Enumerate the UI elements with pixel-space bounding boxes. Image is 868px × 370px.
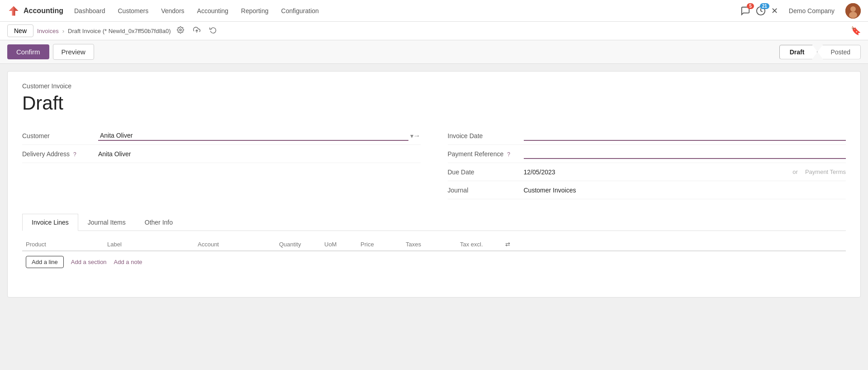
customer-input[interactable]	[98, 131, 408, 141]
delivery-help-icon[interactable]: ?	[73, 151, 76, 158]
app-logo[interactable]: Accounting	[7, 5, 63, 17]
invoice-type-label: Customer Invoice	[22, 82, 846, 90]
status-draft[interactable]: Draft	[779, 45, 818, 59]
topnav-right: 5 21 ✕ Demo Company	[740, 3, 861, 19]
upload-icon	[193, 26, 200, 34]
clock-badge: 21	[760, 3, 769, 9]
invoice-date-input[interactable]	[524, 131, 846, 141]
customer-dropdown-arrow[interactable]: ▾	[410, 132, 413, 139]
svg-point-2	[850, 6, 856, 12]
journal-label: Journal	[448, 187, 520, 194]
due-date-row: Due Date 12/05/2023 or Payment Terms	[448, 163, 846, 181]
refresh-icon	[209, 26, 217, 34]
refresh-button[interactable]	[207, 24, 219, 37]
avatar-image	[845, 3, 861, 19]
invoice-date-row: Invoice Date	[448, 127, 846, 145]
add-line-button[interactable]: Add a line	[26, 256, 64, 268]
form-left-column: Customer ▾ → Delivery Address ? Anita Ol…	[22, 127, 421, 199]
due-date-label: Due Date	[448, 168, 520, 176]
delivery-value[interactable]: Anita Oliver	[98, 150, 421, 158]
nav-reporting[interactable]: Reporting	[236, 5, 274, 17]
customer-input-wrapper: ▾ →	[98, 131, 421, 141]
tabs-bar: Invoice Lines Journal Items Other Info	[22, 214, 846, 231]
col-tax-excl: Tax excl.	[460, 241, 505, 248]
col-product: Product	[26, 241, 107, 248]
col-account: Account	[198, 241, 279, 248]
status-bar: Draft Posted	[779, 45, 861, 59]
nav-vendors[interactable]: Vendors	[156, 5, 190, 17]
action-bar: Confirm Preview Draft Posted	[0, 40, 868, 64]
due-date-or: or	[792, 168, 798, 175]
company-name[interactable]: Demo Company	[783, 5, 840, 17]
tab-other-info[interactable]: Other Info	[135, 214, 182, 231]
top-navigation: Accounting Dashboard Customers Vendors A…	[0, 0, 868, 22]
payment-ref-input[interactable]	[524, 149, 846, 159]
table-footer: Add a line Add a section Add a note	[22, 251, 846, 273]
customer-label: Customer	[22, 132, 95, 139]
customer-row: Customer ▾ →	[22, 127, 421, 145]
confirm-button[interactable]: Confirm	[7, 44, 49, 59]
delivery-row: Delivery Address ? Anita Oliver	[22, 145, 421, 163]
add-section-button[interactable]: Add a section	[71, 259, 107, 265]
col-quantity: Quantity	[279, 241, 324, 248]
tab-invoice-lines[interactable]: Invoice Lines	[22, 214, 78, 231]
nav-customers[interactable]: Customers	[113, 5, 154, 17]
col-uom: UoM	[324, 241, 360, 248]
user-avatar[interactable]	[845, 3, 861, 19]
breadcrumb-current: Draft Invoice (* NewId_0x7ff50b7fd8a0)	[68, 28, 171, 34]
new-button[interactable]: New	[7, 24, 33, 37]
payment-ref-label: Payment Reference ?	[448, 150, 520, 158]
svg-point-3	[849, 12, 857, 18]
col-settings-icon[interactable]: ⇄	[505, 241, 519, 248]
chat-badge: 5	[747, 3, 754, 9]
payment-terms-placeholder[interactable]: Payment Terms	[805, 168, 846, 175]
settings-button[interactable]	[174, 24, 187, 37]
col-label: Label	[107, 241, 198, 248]
payment-ref-row: Payment Reference ?	[448, 145, 846, 163]
main-content: Customer Invoice Draft Customer ▾ → Deli…	[7, 71, 861, 298]
nav-dashboard[interactable]: Dashboard	[69, 5, 111, 17]
app-name: Accounting	[24, 7, 63, 15]
status-posted[interactable]: Posted	[817, 45, 861, 59]
form-right-column: Invoice Date Payment Reference ? Due Dat…	[448, 127, 846, 199]
clock-button[interactable]: 21	[756, 6, 766, 16]
customer-navigate-arrow[interactable]: →	[413, 132, 421, 140]
due-date-value[interactable]: 12/05/2023	[524, 168, 786, 176]
tab-journal-items[interactable]: Journal Items	[78, 214, 135, 231]
form-grid: Customer ▾ → Delivery Address ? Anita Ol…	[22, 127, 846, 199]
add-note-button[interactable]: Add a note	[114, 259, 142, 265]
breadcrumb-invoices[interactable]: Invoices	[37, 28, 59, 34]
journal-row: Journal Customer Invoices	[448, 181, 846, 199]
chat-button[interactable]: 5	[740, 6, 750, 16]
table-header: Product Label Account Quantity UoM Price…	[22, 238, 846, 251]
delivery-label: Delivery Address ?	[22, 150, 95, 158]
invoice-date-label: Invoice Date	[448, 132, 520, 139]
nav-configuration[interactable]: Configuration	[276, 5, 324, 17]
close-icon[interactable]: ✕	[771, 6, 778, 16]
payment-ref-help-icon[interactable]: ?	[507, 151, 510, 158]
preview-button[interactable]: Preview	[53, 44, 94, 60]
gear-icon	[177, 26, 184, 34]
col-price: Price	[360, 241, 406, 248]
logo-icon	[7, 5, 20, 17]
invoice-status-heading: Draft	[22, 92, 846, 114]
breadcrumb-separator: ›	[62, 28, 64, 34]
bookmark-button[interactable]: 🔖	[851, 26, 861, 36]
col-taxes: Taxes	[406, 241, 460, 248]
secondary-bar: New Invoices › Draft Invoice (* NewId_0x…	[0, 22, 868, 40]
nav-accounting[interactable]: Accounting	[192, 5, 234, 17]
upload-button[interactable]	[190, 24, 203, 37]
journal-value[interactable]: Customer Invoices	[524, 187, 846, 194]
svg-point-4	[180, 29, 181, 31]
